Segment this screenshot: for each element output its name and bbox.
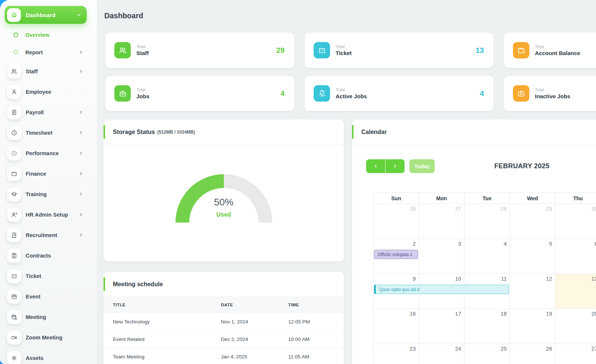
calendar-week-row: 23456Officiis voluptas c [374, 239, 596, 274]
calendar-day-number: 12 [546, 276, 552, 282]
sidebar-item-payroll[interactable]: Payroll [0, 102, 97, 122]
sidebar-item-label: Training [26, 191, 47, 197]
calendar-day-header-row: SunMonTueWedThu [374, 193, 596, 204]
calendar-day-cell[interactable]: 4 [465, 239, 510, 274]
meeting-title-cell: Event Related [104, 331, 212, 348]
meeting-schedule-title: Meeting schedule [113, 281, 163, 288]
calendar-gear-icon [7, 310, 21, 324]
sidebar-item-training[interactable]: Training [0, 184, 97, 204]
calendar-day-cell[interactable]: 29 [510, 204, 555, 239]
calendar-day-cell[interactable]: 30 [555, 204, 596, 239]
calendar-day-cell[interactable]: 25 [465, 344, 510, 364]
calendar-day-number: 25 [501, 346, 507, 352]
stat-card-caption: Total [535, 44, 580, 49]
chevron-right-icon [79, 110, 83, 115]
sidebar-item-hr-admin-setup[interactable]: HR Admin Setup [0, 204, 97, 225]
calendar-week-row: 2627282930 [374, 204, 596, 239]
stat-card-staff: TotalStaff29 [105, 33, 294, 68]
app-window: Dashboard OverviewReportStaffEmployeePay… [0, 0, 596, 364]
sidebar-item-staff[interactable]: Staff [0, 61, 97, 82]
calendar-day-cell-today[interactable]: 13 [555, 274, 596, 309]
document-icon [7, 105, 21, 119]
calendar-day-cell[interactable]: 16 [374, 309, 419, 344]
chevron-right-icon [79, 192, 83, 197]
stat-card-caption: Total [535, 87, 570, 92]
calendar-day-cell[interactable]: 27 [419, 204, 465, 239]
stat-card-value: 13 [476, 46, 484, 55]
stat-card-active-jobs: TotalActive Jobs4 [305, 76, 494, 111]
stat-card-ticket: TotalTicket13 [305, 33, 494, 68]
calendar-today-button[interactable]: Today [409, 159, 435, 173]
sidebar-item-label: Performance [26, 150, 59, 156]
calendar-event[interactable]: Quos optio quo ad d [374, 285, 509, 294]
sidebar-item-dashboard[interactable]: Dashboard [5, 6, 87, 24]
stat-card-jobs: TotalJobs4 [105, 76, 294, 111]
stat-card-value: 29 [276, 46, 285, 55]
stat-card-account-balance: TotalAccount Balance [504, 33, 596, 68]
calendar-day-number: 26 [546, 346, 552, 352]
video-icon [7, 331, 21, 345]
scroll-icon [7, 228, 21, 242]
sidebar-item-meeting[interactable]: Meeting [0, 307, 97, 327]
meeting-column-header: DATE [212, 297, 279, 313]
calendar-event[interactable]: Officiis voluptas c [374, 250, 418, 259]
stat-card-label: Staff [136, 50, 149, 56]
calendar-day-cell[interactable]: 17 [419, 309, 465, 344]
sidebar-item-recruitment[interactable]: Recruitment [0, 225, 97, 245]
sidebar-menu: OverviewReportStaffEmployeePayrollTimesh… [0, 26, 97, 364]
calendar-day-cell[interactable]: 26 [510, 344, 555, 364]
storage-status-title: Storage Status [113, 129, 155, 135]
sidebar-item-finance[interactable]: Finance [0, 163, 97, 184]
calendar-day-cell[interactable]: 24 [419, 344, 465, 364]
calendar-prev-button[interactable] [366, 159, 385, 173]
users-icon [7, 64, 21, 79]
sidebar-item-event[interactable]: Event [0, 286, 97, 307]
meeting-time-cell: 12:05 PM [279, 313, 344, 331]
storage-percent-value: 50% [175, 197, 272, 208]
sidebar-item-contracts[interactable]: Contracts [0, 245, 97, 266]
storage-status-card: Storage Status (512MB / 1024MB) 50% Used [104, 119, 344, 261]
ticket-icon [314, 42, 330, 58]
meeting-row: New TechnologyNov 1, 202412:05 PM [104, 313, 344, 331]
wallet-icon [513, 42, 529, 58]
chevron-right-icon [79, 171, 83, 176]
sidebar-item-assets[interactable]: Assets [0, 348, 97, 364]
briefcase-x-icon [513, 85, 529, 102]
calendar-day-cell[interactable]: 12 [510, 274, 555, 309]
calendar-week-row: 910111213Quos optio quo ad d [374, 274, 596, 309]
chevron-right-icon [79, 130, 83, 135]
sidebar-item-employee[interactable]: Employee [0, 82, 97, 102]
sidebar-item-report[interactable]: Report [0, 44, 97, 61]
sidebar-item-label: Employee [26, 89, 51, 95]
briefcase-icon [114, 85, 131, 102]
calendar-day-cell[interactable]: 28 [465, 204, 510, 239]
sidebar-item-zoom-meeting[interactable]: Zoom Meeting [0, 327, 97, 348]
sidebar-item-timesheet[interactable]: Timesheet [0, 122, 97, 143]
desktop-background: Dashboard OverviewReportStaffEmployeePay… [0, 0, 596, 364]
sidebar-item-label: Finance [26, 171, 46, 177]
calendar-day-cell[interactable]: 23 [374, 344, 419, 364]
sidebar-item-ticket[interactable]: Ticket [0, 266, 97, 286]
calendar-day-cell[interactable]: 27 [555, 344, 596, 364]
sidebar-item-overview[interactable]: Overview [0, 26, 97, 44]
calendar-day-cell[interactable]: 26 [374, 204, 419, 239]
calendar-day-cell[interactable]: 6 [555, 239, 596, 274]
stat-card-label: Jobs [136, 93, 149, 99]
calendar-day-cell[interactable]: 5 [510, 239, 555, 274]
calendar-day-cell[interactable]: 20 [555, 309, 596, 344]
ticket-icon [7, 269, 21, 283]
calendar-day-number: 2 [413, 241, 416, 247]
calendar-day-cell[interactable]: 18 [465, 309, 510, 344]
calendar-next-button[interactable] [386, 159, 405, 173]
contract-icon [7, 249, 21, 263]
calendar-day-number: 17 [455, 311, 461, 317]
meeting-time-cell: 10:00 AM [279, 331, 344, 348]
stat-card-caption: Total [136, 87, 149, 92]
sidebar-item-label: Timesheet [26, 130, 52, 136]
sidebar-item-label: Zoom Meeting [26, 335, 62, 341]
calendar-day-cell[interactable]: 19 [510, 309, 555, 344]
sidebar-item-performance[interactable]: Performance [0, 143, 97, 163]
calendar-day-cell[interactable]: 3 [419, 239, 465, 274]
stat-card-caption: Total [136, 44, 149, 49]
calendar-day-number: 20 [592, 311, 596, 317]
